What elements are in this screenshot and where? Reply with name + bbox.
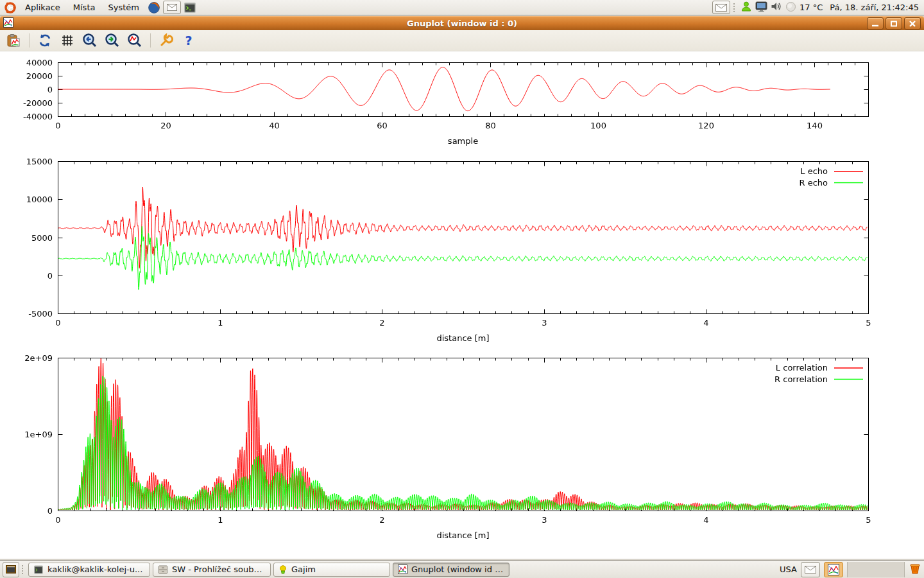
- trash-applet-icon[interactable]: [909, 562, 921, 577]
- toolbar-separator: [150, 33, 151, 48]
- tray-mail-icon[interactable]: [801, 562, 820, 577]
- desktop: Aplikace Místa Systém: [0, 0, 924, 578]
- tray-empty-area: [847, 562, 905, 577]
- toggle-grid-button[interactable]: [59, 32, 76, 49]
- help-button[interactable]: ?: [180, 32, 197, 49]
- temperature-label[interactable]: 17 °C: [800, 3, 823, 12]
- gnome-taskbar: kaklik@kaklik-kolej-u... SW - Prohlížeč …: [0, 560, 924, 578]
- plot-client-area: [0, 51, 924, 559]
- replot-button[interactable]: [37, 32, 53, 49]
- panel-tray: 17 °C Pá, 18. září, 21:42:45: [712, 1, 924, 14]
- user-switcher-icon[interactable]: [740, 1, 752, 14]
- task-terminal[interactable]: kaklik@kaklik-kolej-u...: [28, 563, 150, 577]
- minimize-button[interactable]: [867, 17, 884, 30]
- weather-icon[interactable]: [785, 1, 796, 14]
- tray-gnuplot-icon[interactable]: [824, 562, 843, 577]
- mail-notification-icon[interactable]: [712, 1, 730, 14]
- clock-label[interactable]: Pá, 18. září, 21:42:45: [826, 3, 919, 12]
- task-gnuplot[interactable]: Gnuplot (window id : 0): [393, 563, 509, 577]
- window-controls: [867, 17, 924, 30]
- panel-left: Aplikace Místa Systém: [0, 1, 198, 15]
- window-title: Gnuplot (window id : 0): [0, 19, 924, 28]
- menu-aplikace[interactable]: Aplikace: [19, 1, 66, 13]
- task-gajim[interactable]: Gajim: [273, 563, 390, 577]
- gnuplot-window-icon: [3, 17, 13, 30]
- gnome-top-panel: Aplikace Místa Systém: [0, 0, 924, 15]
- email-launcher-icon[interactable]: [163, 1, 181, 14]
- copy-to-clipboard-button[interactable]: [5, 32, 22, 49]
- volume-icon[interactable]: [771, 1, 782, 13]
- terminal-launcher-icon[interactable]: [182, 1, 198, 15]
- zoom-next-button[interactable]: [104, 32, 121, 49]
- show-desktop-button[interactable]: [3, 562, 19, 577]
- taskbar-right: USA: [780, 562, 921, 577]
- toolbar-separator: [29, 33, 30, 48]
- zoom-previous-button[interactable]: [81, 32, 98, 49]
- tray-grip[interactable]: [733, 3, 737, 12]
- close-button[interactable]: [904, 17, 921, 30]
- menu-mista[interactable]: Místa: [67, 1, 101, 13]
- titlebar[interactable]: Gnuplot (window id : 0): [0, 16, 924, 30]
- gnuplot-canvas[interactable]: [0, 51, 924, 559]
- configure-button[interactable]: [158, 32, 175, 49]
- ubuntu-logo-icon[interactable]: [3, 1, 18, 15]
- firefox-launcher-icon[interactable]: [146, 1, 162, 15]
- taskbar-grip[interactable]: [22, 565, 26, 574]
- autoscale-button[interactable]: [126, 32, 143, 49]
- help-icon: ?: [185, 35, 192, 47]
- gnuplot-toolbar: ?: [0, 30, 924, 51]
- keyboard-layout-indicator[interactable]: USA: [780, 565, 797, 574]
- menu-system[interactable]: Systém: [102, 1, 144, 13]
- maximize-button[interactable]: [886, 17, 902, 30]
- display-icon[interactable]: [755, 1, 767, 14]
- task-file-manager[interactable]: SW - Prohlížeč souborů: [153, 563, 271, 577]
- gnuplot-window: Gnuplot (window id : 0): [0, 16, 924, 559]
